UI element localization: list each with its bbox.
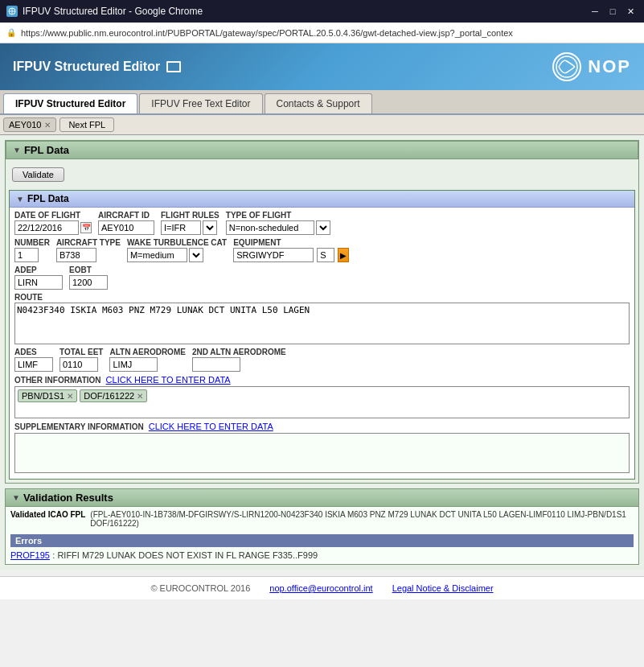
equipment-group: EQUIPMENT ▶ [233,238,349,262]
date-of-flight-input[interactable] [14,220,79,235]
supplementary-area: SUPPLEMENTARY INFORMATION CLICK HERE TO … [14,422,630,476]
route-textarea[interactable]: N0423F340 ISKIA M603 PNZ M729 LUNAK DCT … [14,303,630,344]
altn-2nd-label: 2ND ALTN AERODROME [192,348,286,356]
fpl-inner-header: ▼ FPL Data [10,191,634,208]
main-content: ▼ FPL Data Validate ▼ FPL Data DATE OF F… [0,135,644,570]
close-button[interactable]: ✕ [623,4,638,19]
fpl-data-inner: ▼ FPL Data DATE OF FLIGHT 📅 AIRCRAFT ID [9,190,635,480]
tab-ifpuv-free-text[interactable]: IFPUV Free Text Editor [139,93,262,113]
window-controls: ─ □ ✕ [588,4,638,19]
tab-contacts-support[interactable]: Contacts & Support [265,93,372,113]
aircraft-id-label: AIRCRAFT ID [98,211,154,220]
fpl-data-outer: ▼ FPL Data Validate ▼ FPL Data DATE OF F… [5,140,639,484]
aircraft-type-label: AIRCRAFT TYPE [56,238,121,247]
altn-2nd-input[interactable] [192,357,240,372]
title-bar: IFPUV Structured Editor - Google Chrome … [0,0,644,23]
tab-ifpuv-structured[interactable]: IFPUV Structured Editor [3,93,137,113]
legal-link[interactable]: Legal Notice & Disclaimer [392,583,494,593]
type-of-flight-input[interactable] [226,220,314,235]
altn-group: ALTN AERODROME [109,348,185,372]
flight-rules-label: FLIGHT RULES [161,211,219,220]
date-of-flight-group: DATE OF FLIGHT 📅 [14,211,92,235]
supp-click-here[interactable]: CLICK HERE TO ENTER DATA [149,422,273,431]
logo-area: NOP [552,52,631,81]
form-row-4: ADES TOTAL EET ALTN AERODROME 2ND ALTN A… [14,348,630,372]
equipment-expand-button[interactable]: ▶ [338,248,349,262]
fpl-inner-title: FPL Data [27,193,69,204]
ades-input[interactable] [14,357,53,372]
tag-pbn-close-icon[interactable]: ✕ [67,392,73,401]
calendar-icon[interactable]: 📅 [80,222,92,233]
number-group: NUMBER [14,238,50,262]
eobt-label: EOBT [69,266,108,274]
sub-tab-close-icon[interactable]: ✕ [44,121,51,130]
maximize-button[interactable]: □ [605,4,620,19]
tag-pbn-label: PBN/D1S1 [22,391,64,401]
browser-icon [6,6,18,17]
equipment-input[interactable] [233,248,314,262]
minimize-button[interactable]: ─ [588,4,602,19]
sub-tabs-bar: AEY010 ✕ Next FPL [0,115,644,135]
adep-input[interactable] [14,275,63,290]
altn-2nd-group: 2ND ALTN AERODROME [192,348,286,372]
number-input[interactable] [14,248,39,262]
altn-label: ALTN AERODROME [109,348,185,356]
route-label: ROUTE [14,293,630,302]
aircraft-type-group: AIRCRAFT TYPE [56,238,121,262]
validation-title: Validation Results [23,492,113,504]
validation-content: Validated ICAO FPL (FPL-AEY010-IN-1B738/… [5,507,639,565]
footer: © EUROCONTROL 2016 nop.office@eurocontro… [0,576,644,599]
type-of-flight-group: TYPE OF FLIGHT [226,211,330,235]
sub-tab-label: AEY010 [9,120,41,130]
validation-section: ▼ Validation Results Validated ICAO FPL … [5,488,639,565]
form-area: DATE OF FLIGHT 📅 AIRCRAFT ID FLIGHT RULE… [10,208,634,479]
total-eet-label: TOTAL EET [59,348,103,356]
icao-fpl-text: (FPL-AEY010-IN-1B738/M-DFGIRSWY/S-LIRN12… [90,510,634,528]
error-text: : RIFFI M729 LUNAK DOES NOT EXIST IN FL … [52,550,318,560]
fpl-section-title: FPL Data [24,144,69,156]
altn-input[interactable] [109,357,158,372]
aircraft-id-group: AIRCRAFT ID [98,211,154,235]
aircraft-id-input[interactable] [98,220,154,235]
lock-icon: 🔒 [6,28,16,37]
ades-label: ADES [14,348,53,356]
form-row-3: ADEP EOBT [14,266,630,290]
errors-header: Errors [10,534,634,547]
next-fpl-button[interactable]: Next FPL [59,117,114,132]
copyright-text: © EUROCONTROL 2016 [150,583,250,593]
wake-turbulence-group: WAKE TURBULENCE CAT [127,238,227,262]
total-eet-input[interactable] [59,357,98,372]
supplementary-textarea[interactable] [14,433,630,473]
total-eet-group: TOTAL EET [59,348,103,372]
flight-rules-input[interactable] [161,220,201,235]
app-header: IFPUV Structured Editor NOP [0,43,644,90]
form-row-1: DATE OF FLIGHT 📅 AIRCRAFT ID FLIGHT RULE… [14,211,630,235]
email-link[interactable]: nop.office@eurocontrol.int [269,583,372,593]
aircraft-type-input[interactable] [56,248,96,262]
type-of-flight-label: TYPE OF FLIGHT [226,211,330,220]
sub-tab-aey010[interactable]: AEY010 ✕ [3,117,56,132]
monitor-icon [166,61,181,72]
type-of-flight-select[interactable] [316,220,330,235]
error-code[interactable]: PROF195 [10,550,50,560]
form-row-2: NUMBER AIRCRAFT TYPE WAKE TURBULENCE CAT [14,238,630,262]
number-label: NUMBER [14,238,50,247]
equipment-s-input[interactable] [317,248,334,262]
tag-dof-close-icon[interactable]: ✕ [137,392,143,401]
validation-arrow: ▼ [12,493,20,502]
icao-fpl-row: Validated ICAO FPL (FPL-AEY010-IN-1B738/… [10,510,634,531]
flight-rules-select[interactable] [203,220,217,235]
tag-dof-label: DOF/161222 [84,391,134,401]
app-title: IFPUV Structured Editor [13,60,160,74]
validate-button[interactable]: Validate [12,167,64,182]
wake-turbulence-input[interactable] [127,248,187,262]
wake-turbulence-select[interactable] [189,248,203,262]
fpl-section-arrow: ▼ [13,146,21,154]
other-info-click-here[interactable]: CLICK HERE TO ENTER DATA [106,375,231,385]
equipment-label: EQUIPMENT [233,238,349,247]
wake-turbulence-label: WAKE TURBULENCE CAT [127,238,227,247]
eobt-input[interactable] [69,275,108,290]
tag-dof: DOF/161222 ✕ [80,389,147,402]
fpl-inner-arrow: ▼ [16,195,24,204]
supplementary-label: SUPPLEMENTARY INFORMATION [14,422,144,431]
